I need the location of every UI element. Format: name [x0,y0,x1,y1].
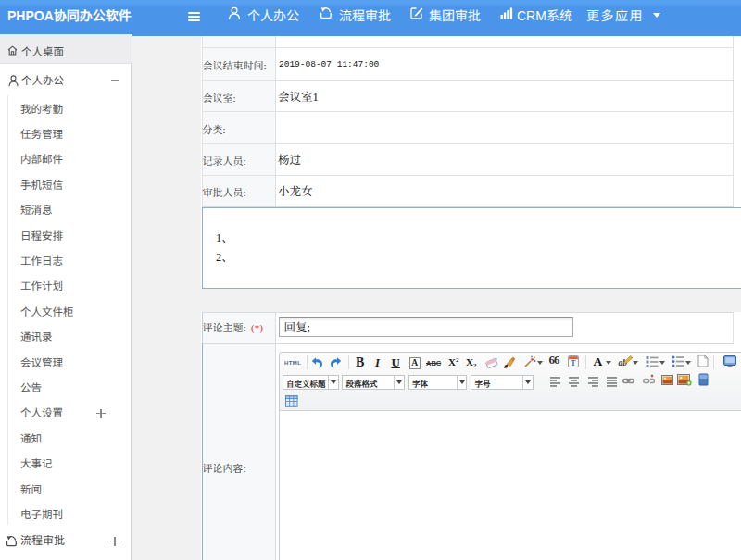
svg-text:T: T [571,359,576,367]
